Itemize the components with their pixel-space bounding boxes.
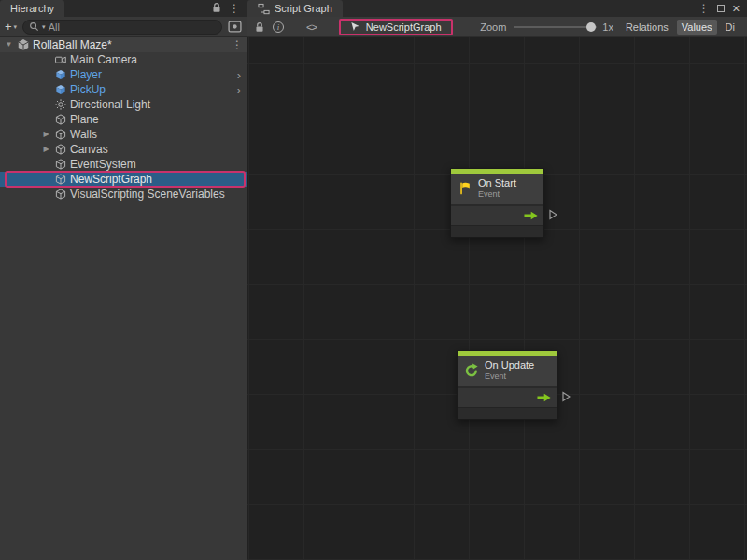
- camera-icon: [54, 53, 67, 66]
- graph-tab-icon: [258, 3, 270, 15]
- hierarchy-tab-controls: ⋮: [205, 0, 247, 17]
- node-header: On Update Event: [458, 356, 557, 386]
- flag-icon: [458, 181, 472, 196]
- caret-down-icon: ▾: [14, 23, 18, 31]
- cube-icon: [54, 188, 67, 201]
- lock-icon[interactable]: [255, 21, 264, 33]
- hierarchy-item-newscriptgraph[interactable]: NewScriptGraph: [0, 172, 247, 187]
- hierarchy-tree: Main CameraPlayer›PickUp›Directional Lig…: [0, 52, 247, 202]
- item-label: Main Camera: [70, 53, 137, 66]
- search-icon: [29, 21, 39, 32]
- item-label: PickUp: [70, 83, 106, 96]
- maximize-icon[interactable]: [717, 5, 725, 12]
- item-label: Plane: [70, 113, 99, 126]
- node-port-row: [451, 204, 543, 225]
- cube-icon: [54, 173, 67, 186]
- search-input[interactable]: ▾ All: [22, 20, 222, 35]
- kebab-menu-icon[interactable]: ⋮: [229, 3, 240, 14]
- external-port-triangle-icon[interactable]: [549, 209, 557, 220]
- item-label: NewScriptGraph: [70, 173, 152, 186]
- hierarchy-tab-label: Hierarchy: [10, 3, 54, 14]
- zoom-label: Zoom: [480, 21, 506, 33]
- control-output-arrow-icon[interactable]: [537, 393, 551, 402]
- info-icon[interactable]: i: [273, 21, 284, 33]
- script-graph-asset-icon: [350, 21, 360, 32]
- hierarchy-tabstrip: Hierarchy ⋮: [0, 0, 247, 17]
- control-output-arrow-icon[interactable]: [524, 211, 538, 220]
- lock-icon[interactable]: [212, 2, 221, 15]
- prefab-icon: [54, 83, 67, 96]
- graph-asset-name: NewScriptGraph: [366, 21, 442, 33]
- node-title: On Start: [478, 177, 516, 189]
- node-subtitle: Event: [478, 189, 516, 200]
- hierarchy-item-canvas[interactable]: ▶Canvas: [0, 142, 247, 157]
- zoom-value: 1x: [602, 21, 613, 33]
- hierarchy-toolbar: +▾ ▾ All: [0, 17, 247, 37]
- hierarchy-item-directional-light[interactable]: Directional Light: [0, 97, 247, 112]
- unity-editor-window: Hierarchy ⋮ +▾ ▾ All: [0, 0, 747, 560]
- search-filter-caret-icon[interactable]: ▾: [42, 23, 46, 31]
- cube-icon: [54, 128, 67, 141]
- code-icon[interactable]: <>: [306, 21, 317, 33]
- graph-asset-breadcrumb[interactable]: NewScriptGraph: [339, 19, 453, 35]
- foldout-closed-icon[interactable]: ▶: [41, 131, 51, 138]
- cube-icon: [54, 113, 67, 126]
- item-label: Walls: [70, 128, 97, 141]
- scene-name: RollaBall Maze*: [33, 38, 112, 51]
- item-label: VisualScripting SceneVariables: [70, 188, 225, 201]
- window-controls: ⋮ ✕: [692, 0, 747, 17]
- hierarchy-item-plane[interactable]: Plane: [0, 112, 247, 127]
- node-on-update[interactable]: On Update Event: [457, 350, 557, 420]
- zoom-slider-knob[interactable]: [586, 22, 596, 32]
- create-object-button[interactable]: +▾: [5, 20, 17, 34]
- loop-icon: [464, 363, 479, 378]
- foldout-open-icon[interactable]: ▼: [4, 41, 14, 49]
- external-port-triangle-icon[interactable]: [562, 391, 571, 402]
- plus-icon: +: [5, 20, 12, 34]
- node-subtitle: Event: [485, 371, 534, 382]
- values-toggle[interactable]: Values: [677, 20, 717, 35]
- item-label: Directional Light: [70, 98, 150, 111]
- tab-script-graph[interactable]: Script Graph: [247, 0, 343, 17]
- script-graph-panel: Script Graph ⋮ ✕ i <> NewScriptGraph Zoo…: [247, 0, 747, 560]
- cube-icon: [54, 143, 67, 156]
- light-icon: [54, 98, 67, 111]
- search-value: All: [49, 21, 60, 33]
- tab-hierarchy[interactable]: Hierarchy: [0, 0, 64, 17]
- close-icon[interactable]: ✕: [732, 4, 740, 14]
- graph-toolbar: i <> NewScriptGraph Zoom 1x Relations Va…: [247, 17, 747, 37]
- hierarchy-item-pickup[interactable]: PickUp›: [0, 82, 247, 97]
- hierarchy-item-player[interactable]: Player›: [0, 67, 247, 82]
- scene-header[interactable]: ▼ RollaBall Maze* ⋮: [0, 37, 247, 52]
- graph-tabstrip: Script Graph ⋮ ✕: [247, 0, 747, 17]
- item-label: EventSystem: [70, 158, 136, 171]
- hierarchy-item-main-camera[interactable]: Main Camera: [0, 52, 247, 67]
- prefab-chevron-icon[interactable]: ›: [237, 84, 241, 96]
- foldout-closed-icon[interactable]: ▶: [41, 146, 51, 153]
- node-footer: [458, 407, 557, 419]
- graph-tab-label: Script Graph: [275, 3, 332, 14]
- hierarchy-panel: Hierarchy ⋮ +▾ ▾ All: [0, 0, 247, 560]
- kebab-menu-icon[interactable]: ⋮: [698, 3, 710, 14]
- node-header: On Start Event: [451, 174, 543, 204]
- item-label: Player: [70, 68, 102, 81]
- node-port-row: [458, 386, 557, 407]
- item-label: Canvas: [70, 143, 108, 156]
- dim-toggle[interactable]: Di: [721, 20, 740, 35]
- zoom-slider[interactable]: [514, 26, 597, 28]
- hierarchy-item-visualscripting-scenevariables[interactable]: VisualScripting SceneVariables: [0, 187, 247, 202]
- prefab-icon: [54, 68, 67, 81]
- hierarchy-item-walls[interactable]: ▶Walls: [0, 127, 247, 142]
- relations-toggle[interactable]: Relations: [621, 20, 673, 35]
- node-title: On Update: [485, 359, 534, 371]
- hierarchy-item-eventsystem[interactable]: EventSystem: [0, 157, 247, 172]
- unity-scene-icon: [17, 38, 30, 51]
- search-window-icon[interactable]: [228, 21, 242, 33]
- graph-canvas[interactable]: On Start Event: [247, 37, 747, 560]
- node-footer: [451, 225, 543, 237]
- node-on-start[interactable]: On Start Event: [450, 168, 544, 238]
- cube-icon: [54, 158, 67, 171]
- prefab-chevron-icon[interactable]: ›: [237, 69, 241, 81]
- scene-kebab-icon[interactable]: ⋮: [232, 39, 243, 50]
